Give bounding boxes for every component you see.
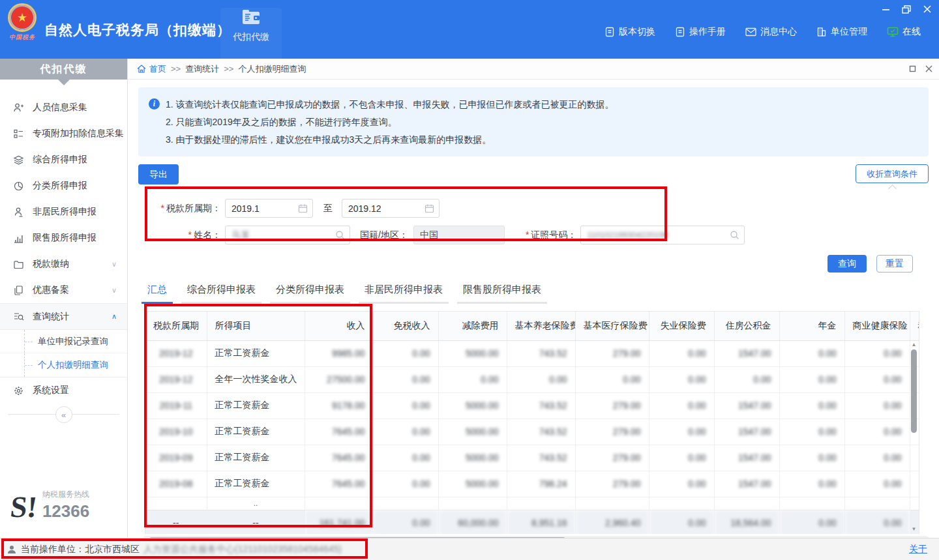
nav-tab-withholding[interactable]: 代扣代缴 bbox=[220, 8, 282, 59]
search-icon bbox=[335, 230, 345, 240]
sidebar-item-label: 查询统计 bbox=[33, 311, 69, 323]
value-cell: 0.00 bbox=[844, 419, 910, 445]
breadcrumb-item[interactable]: 个人扣缴明细查询 bbox=[238, 64, 306, 74]
panel-close-icon[interactable] bbox=[925, 65, 932, 72]
layers-icon bbox=[13, 155, 24, 166]
value-cell: 0.00 bbox=[649, 510, 714, 534]
folder-icon bbox=[13, 259, 24, 270]
sidebar-subitem-1[interactable]: 单位申报记录查询 bbox=[0, 330, 127, 353]
user-icon bbox=[7, 544, 17, 555]
header-link-label: 版本切换 bbox=[619, 26, 655, 38]
period-to-input[interactable]: 2019.12 bbox=[342, 199, 440, 218]
value-cell: 0.00 bbox=[575, 366, 649, 392]
chevron-down-icon: ∨ bbox=[112, 286, 117, 295]
sidebar-item-8[interactable]: 优惠备案∨ bbox=[0, 277, 127, 303]
income-item-cell: 正常工资薪金 bbox=[207, 392, 305, 419]
sidebar-collapse-button[interactable]: « bbox=[55, 406, 72, 423]
sidebar-subitem-2[interactable]: 个人扣缴明细查询 bbox=[0, 353, 127, 377]
table-row[interactable]: 2019-10正常工资薪金7645.000.005000.00743.52279… bbox=[145, 419, 919, 445]
header-link-label: 操作手册 bbox=[689, 26, 726, 38]
column-header: 收入 bbox=[305, 312, 373, 340]
sidebar-menu: 人员信息采集专项附加扣除信息采集综合所得申报分类所得申报非居民所得申报限售股所得… bbox=[0, 95, 127, 404]
collapse-query-button[interactable]: 收折查询条件 bbox=[856, 164, 929, 183]
table-row[interactable]: 2019-12全年一次性奖金收入27500.000.000.000.000.00… bbox=[145, 366, 919, 392]
period-cell: 2019-12 bbox=[145, 366, 207, 392]
calendar-icon bbox=[425, 203, 434, 213]
pie-chart-icon bbox=[13, 181, 24, 192]
result-table-wrap: 税款所属期所得项目收入免税收入减除费用基本养老保险费基本医疗保险费失业保险费住房… bbox=[145, 311, 919, 534]
sidebar-item-4[interactable]: 分类所得申报 bbox=[0, 173, 127, 199]
monitor-check-icon bbox=[887, 27, 899, 37]
value-cell: 0.00 bbox=[438, 366, 507, 392]
income-item-cell: 正常工资薪金 bbox=[207, 419, 305, 445]
tab-4[interactable]: 非居民所得申报表 bbox=[359, 284, 449, 304]
value-cell: 743.52 bbox=[507, 392, 575, 419]
value-cell: 0.00 bbox=[844, 366, 910, 392]
value-cell: 798.24 bbox=[507, 471, 575, 497]
tab-1[interactable]: 汇总 bbox=[142, 284, 173, 304]
tab-3[interactable]: 分类所得申报表 bbox=[270, 284, 350, 304]
header-link-3[interactable]: 消息中心 bbox=[745, 26, 797, 38]
sidebar-item-2[interactable]: 专项附加扣除信息采集 bbox=[0, 121, 127, 147]
value-cell: 0.00 bbox=[373, 392, 438, 419]
scroll-up-icon[interactable]: ▲ bbox=[912, 342, 917, 348]
result-tabs: 汇总综合所得申报表分类所得申报表非居民所得申报表限售股所得申报表 bbox=[142, 284, 929, 304]
building-icon bbox=[816, 27, 827, 37]
sidebar-item-label: 系统设置 bbox=[33, 385, 69, 396]
sidebar-item-label: 综合所得申报 bbox=[33, 154, 87, 166]
panel-maximize-icon[interactable] bbox=[909, 65, 916, 72]
logo-caption: 中国税务 bbox=[5, 33, 39, 42]
vertical-scrollbar[interactable]: ▲ ▼ bbox=[910, 342, 918, 533]
restore-button[interactable] bbox=[901, 4, 912, 14]
sidebar-item-10[interactable]: 系统设置 bbox=[0, 377, 127, 404]
sidebar-item-7[interactable]: 税款缴纳∨ bbox=[0, 251, 127, 277]
value-cell: 279.00 bbox=[575, 445, 649, 471]
sidebar-item-9[interactable]: 查询统计∧ bbox=[0, 303, 127, 329]
header-link-4[interactable]: 单位管理 bbox=[816, 26, 867, 38]
notice-panel: i1. 该查询统计表仅能查询已申报成功的数据，不包含未申报、申报失败，已申报但已… bbox=[138, 87, 929, 156]
income-item-cell: -- bbox=[207, 510, 305, 534]
scroll-down-icon[interactable]: ▼ bbox=[912, 526, 917, 533]
header-link-1[interactable]: 版本切换 bbox=[604, 26, 655, 38]
sidebar-section-title: 代扣代缴 bbox=[0, 59, 127, 80]
name-value: 马某 bbox=[231, 229, 250, 241]
value-cell: 0.00 bbox=[373, 419, 438, 445]
sidebar-item-1[interactable]: 人员信息采集 bbox=[0, 95, 127, 121]
table-row[interactable]: 2019-08正常工资薪金7645.000.005000.00798.24279… bbox=[145, 471, 919, 497]
export-button[interactable]: 导出 bbox=[138, 164, 179, 184]
copy-icon bbox=[13, 285, 24, 296]
value-cell: 5000.00 bbox=[438, 445, 507, 471]
bar-chart-icon bbox=[13, 233, 24, 244]
id-number-input[interactable]: 110102199304220199 bbox=[580, 226, 745, 244]
column-header: 减除费用 bbox=[438, 312, 507, 340]
close-button[interactable] bbox=[922, 4, 932, 14]
table-ellipsis-row: .. bbox=[145, 497, 919, 510]
period-from-input[interactable]: 2019.1 bbox=[225, 199, 313, 218]
tab-2[interactable]: 综合所得申报表 bbox=[181, 284, 261, 304]
breadcrumb-item[interactable]: 查询统计 bbox=[185, 64, 219, 74]
notice-line-2: i2. 只能查询2019年及之后的数据，不能进行跨年度查询。 bbox=[149, 113, 917, 131]
minimize-button[interactable] bbox=[880, 4, 891, 14]
sidebar-item-6[interactable]: 限售股所得申报 bbox=[0, 225, 127, 251]
wallet-icon bbox=[240, 8, 262, 27]
income-item-cell: 正常工资薪金 bbox=[207, 445, 305, 471]
value-cell: 743.52 bbox=[507, 419, 575, 445]
table-row[interactable]: 2019-11正常工资薪金9178.000.005000.00743.52279… bbox=[145, 392, 919, 419]
table-row[interactable]: 2019-09正常工资薪金7645.000.005000.00743.52279… bbox=[145, 445, 919, 471]
query-button[interactable]: 查询 bbox=[827, 255, 867, 273]
column-header: 基本养老保险费 bbox=[507, 312, 575, 340]
vertical-scroll-thumb[interactable] bbox=[911, 349, 917, 433]
sidebar-item-3[interactable]: 综合所得申报 bbox=[0, 147, 127, 173]
breadcrumb-separator: >> bbox=[171, 64, 181, 74]
about-link[interactable]: 关于 bbox=[909, 544, 927, 555]
name-input[interactable]: 马某 bbox=[225, 226, 350, 244]
nationality-input: 中国 bbox=[413, 226, 505, 244]
sidebar-item-5[interactable]: 非居民所得申报 bbox=[0, 199, 127, 225]
tab-5[interactable]: 限售股所得申报表 bbox=[457, 284, 547, 304]
reset-button[interactable]: 重置 bbox=[876, 255, 913, 273]
table-row[interactable]: ----161,741.000.0060,000.008,951.162,960… bbox=[145, 510, 919, 534]
breadcrumb-home[interactable]: 首页 bbox=[137, 63, 166, 75]
table-row[interactable]: 2019-12正常工资薪金9985.000.005000.00743.52279… bbox=[145, 340, 919, 366]
home-icon bbox=[137, 65, 146, 73]
header-link-2[interactable]: 操作手册 bbox=[675, 26, 726, 38]
